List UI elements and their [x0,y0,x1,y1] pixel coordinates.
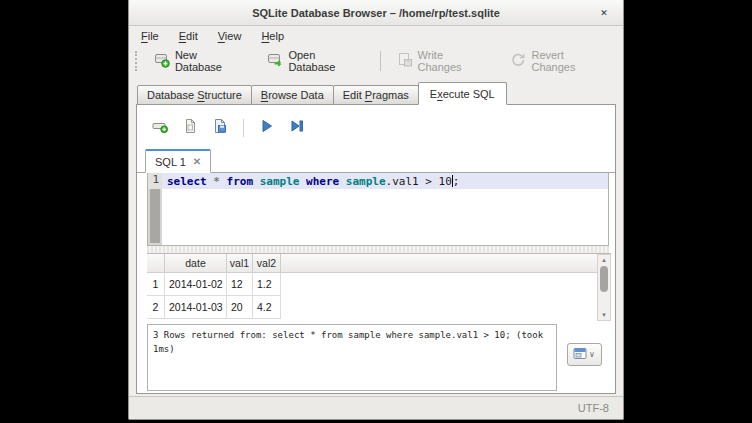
open-sql-file-button[interactable] [181,119,199,137]
header-date[interactable]: date [165,254,227,272]
close-window-icon[interactable]: ✕ [597,6,611,20]
row-number-cell[interactable]: 2 [147,296,165,319]
desktop-background: SQLite Database Browser – /home/rp/test.… [0,0,752,423]
tab-label-part: Database [147,89,197,101]
toolbar-separator [380,51,381,71]
editor-body[interactable]: select * from sample where sample.val1 >… [162,173,608,245]
tab-database-structure[interactable]: Database Structure [137,85,252,105]
val2-cell[interactable]: 1.2 [253,273,281,296]
header-val2[interactable]: val2 [253,254,281,272]
val1-cell[interactable]: 12 [227,273,253,296]
toolbar-drag-handle[interactable] [135,51,140,71]
results-area: date val1 val2 1 2014-01-02 12 1.2 2 [147,253,611,321]
date-cell[interactable]: 2014-01-02 [165,273,227,296]
sql-code-line[interactable]: select * from sample where sample.val1 >… [162,173,608,189]
sql-token: sample [346,175,386,188]
execute-current-line-button[interactable] [288,119,306,137]
scrollbar-thumb[interactable] [600,266,608,292]
results-header-row: date val1 val2 [147,254,597,273]
tab-label-part: Edit [343,89,365,101]
line-number-gutter: 1 [148,173,162,245]
open-sql-file-icon [182,118,198,138]
menu-help[interactable]: Help [253,28,292,44]
results-grid: date val1 val2 1 2014-01-02 12 1.2 2 [147,254,597,321]
date-cell[interactable]: 2014-01-03 [165,296,227,319]
val1-cell[interactable]: 20 [227,296,253,319]
new-sql-tab-button[interactable] [151,119,169,137]
execute-current-line-icon [290,119,304,137]
sql-tabrow: SQL 1 ✕ [137,149,615,173]
sql-tab-close-icon[interactable]: ✕ [193,156,201,167]
main-toolbar: New Database Open Database [129,46,623,76]
menu-edit[interactable]: Edit [171,28,206,44]
sql-editor[interactable]: 1 select * from sample where sample.val1… [147,173,609,246]
menu-label-mnemonic: V [218,30,225,42]
menu-view[interactable]: View [210,28,250,44]
window-title: SQLite Database Browser – /home/rp/test.… [252,7,500,19]
sql-token: where [306,175,346,188]
new-sql-tab-icon [152,118,169,138]
open-database-label: Open Database [288,49,361,73]
revert-changes-icon [510,52,526,70]
gutter-margin [150,189,160,243]
menu-label-part: ile [148,30,159,42]
message-row: 3 Rows returned from: select * from samp… [147,324,611,391]
header-corner[interactable] [147,254,165,272]
titlebar[interactable]: SQLite Database Browser – /home/rp/test.… [129,0,623,26]
sql-tab-label: SQL 1 [155,156,186,168]
header-filler [281,254,597,272]
menu-file[interactable]: File [133,28,167,44]
write-changes-label: Write Changes [418,49,487,73]
chevron-down-icon: ∨ [589,350,595,359]
results-scrollbar[interactable]: ▴ ▾ [597,254,611,321]
sql-token: .val1 > 10 [386,175,452,188]
main-tabstrip: Database Structure Browse Data Edit Prag… [129,82,623,104]
sql-toolbar-separator [243,119,244,137]
sql-token: from [227,175,260,188]
encoding-label: UTF-8 [578,402,609,414]
new-database-button[interactable]: New Database [146,45,252,77]
scroll-up-icon[interactable]: ▴ [602,255,606,265]
editor-results-splitter[interactable] [147,246,609,253]
sql-token: sample [260,175,306,188]
write-changes-icon [397,52,413,70]
tab-label-part: ecute SQL [443,88,495,100]
menu-label-mnemonic: F [141,30,148,42]
write-changes-button: Write Changes [389,45,495,77]
val2-cell[interactable]: 4.2 [253,296,281,319]
new-database-label: New Database [175,49,244,73]
revert-changes-label: Revert Changes [531,49,607,73]
message-actions: ∨ [557,324,611,391]
execute-sql-panel: SQL 1 ✕ 1 select * from sample where sam… [136,104,616,394]
menu-label-mnemonic: E [179,30,186,42]
row-filler [281,273,597,296]
execute-sql-button[interactable] [258,119,276,137]
save-sql-file-icon [212,118,228,138]
sql-tab-1[interactable]: SQL 1 ✕ [145,149,211,173]
open-database-button[interactable]: Open Database [259,45,369,77]
tab-browse-data[interactable]: Browse Data [251,85,334,105]
open-database-icon [267,52,283,70]
app-window: SQLite Database Browser – /home/rp/test.… [128,0,624,420]
revert-changes-button: Revert Changes [502,45,615,77]
sql-toolbar [137,105,615,141]
row-filler [281,296,597,319]
scroll-down-icon[interactable]: ▾ [602,310,606,320]
tab-label-mnemonic: S [197,89,204,101]
menu-label-part: dit [186,30,198,42]
header-val1[interactable]: val1 [227,254,253,272]
table-row[interactable]: 2 2014-01-03 20 4.2 [147,296,597,319]
menu-label-part: elp [269,30,284,42]
results-view-icon [573,346,588,364]
tab-execute-sql[interactable]: Execute SQL [418,82,507,105]
menubar: File Edit View Help [129,26,623,46]
save-sql-file-button[interactable] [211,119,229,137]
line-number: 1 [148,173,162,189]
table-row[interactable]: 1 2014-01-02 12 1.2 [147,273,597,296]
tab-edit-pragmas[interactable]: Edit Pragmas [333,85,419,105]
row-number-cell[interactable]: 1 [147,273,165,296]
execute-sql-icon [260,119,274,137]
sql-token: select [167,175,213,188]
results-view-dropdown-button[interactable]: ∨ [567,343,602,366]
menu-label-part: iew [225,30,242,42]
